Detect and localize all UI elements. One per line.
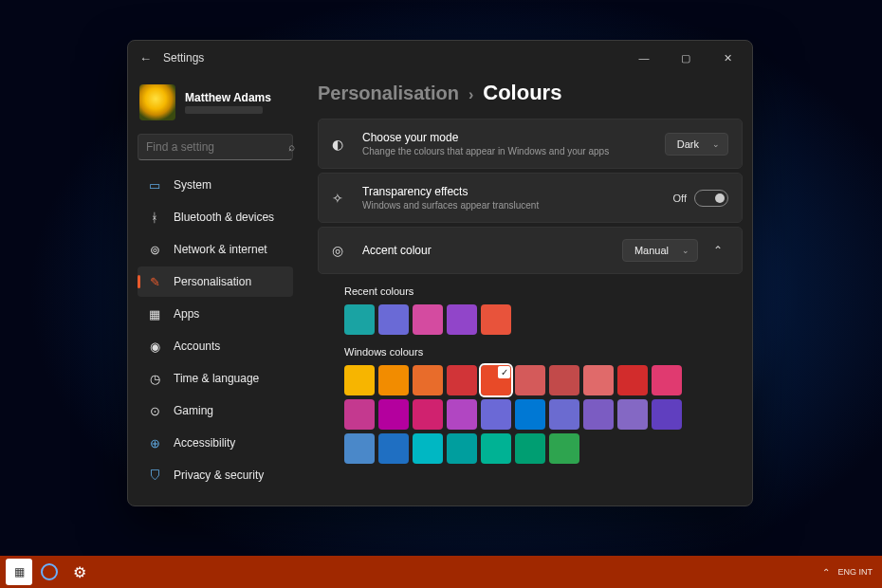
minimize-button[interactable]: — [623, 43, 665, 73]
taskbar-app-cortana[interactable] [36, 559, 63, 585]
windows-swatch[interactable] [447, 365, 477, 395]
sidebar: Matthew Adams ⌕ ▭SystemᚼBluetooth & devi… [128, 75, 301, 505]
search-input[interactable] [146, 140, 288, 154]
nav-item-label: Bluetooth & devices [174, 211, 274, 224]
back-button[interactable]: ← [139, 51, 152, 65]
windows-swatch[interactable] [413, 399, 443, 430]
sidebar-item-network-internet[interactable]: ⊚Network & internet [138, 234, 293, 265]
windows-swatch[interactable] [617, 365, 648, 395]
windows-swatch[interactable] [447, 399, 477, 430]
windows-swatch[interactable]: ✓ [481, 365, 511, 395]
recent-swatch[interactable] [378, 304, 409, 335]
brush-icon: ✎ [147, 274, 162, 289]
sidebar-item-system[interactable]: ▭System [138, 170, 293, 200]
windows-swatch[interactable] [481, 399, 511, 430]
windows-swatch[interactable] [447, 433, 477, 464]
sidebar-item-accounts[interactable]: ◉Accounts [138, 331, 293, 361]
settings-window: ← Settings — ▢ ✕ Matthew Adams ⌕ ▭System… [127, 40, 753, 506]
recent-swatch[interactable] [447, 304, 477, 335]
windows-swatch[interactable] [652, 365, 682, 395]
chevron-right-icon: › [469, 86, 473, 103]
nav-item-label: Accessibility [174, 436, 235, 450]
windows-swatch[interactable] [515, 433, 545, 464]
wifi-icon: ⊚ [147, 242, 162, 257]
accent-mode-dropdown[interactable]: Manual ⌄ [622, 239, 698, 262]
system-tray[interactable]: ⌃ ENG INT [822, 567, 876, 578]
search-icon: ⌕ [288, 140, 295, 154]
card-title: Choose your mode [362, 131, 665, 144]
sidebar-item-apps[interactable]: ▦Apps [138, 299, 293, 329]
close-button[interactable]: ✕ [707, 43, 748, 73]
person-icon: ◉ [147, 339, 162, 354]
windows-swatch[interactable] [378, 433, 409, 464]
transparency-toggle[interactable] [694, 190, 728, 207]
clock-icon: ◷ [147, 371, 162, 386]
window-title: Settings [163, 51, 204, 64]
transparency-icon: ✧ [332, 191, 349, 206]
breadcrumb: Personalisation › Colours [318, 81, 743, 105]
windows-swatch[interactable] [515, 399, 545, 430]
maximize-button[interactable]: ▢ [665, 43, 707, 73]
nav-item-label: System [174, 178, 211, 192]
windows-swatch[interactable] [344, 433, 375, 464]
windows-swatch[interactable] [481, 433, 511, 464]
sidebar-nav: ▭SystemᚼBluetooth & devices⊚Network & in… [138, 170, 293, 498]
nav-item-label: Network & internet [174, 243, 267, 256]
card-title: Accent colour [362, 244, 622, 257]
brush-icon: ◐ [332, 137, 349, 152]
chevron-down-icon: ⌄ [682, 246, 689, 255]
windows-swatch[interactable] [378, 399, 409, 430]
nav-item-label: Privacy & security [174, 469, 264, 482]
windows-swatch[interactable] [652, 399, 682, 430]
shield-icon: ⛉ [147, 468, 162, 483]
windows-swatch[interactable] [378, 365, 409, 395]
windows-swatch[interactable] [583, 365, 614, 395]
recent-swatch[interactable] [481, 304, 511, 335]
windows-colours-grid: ✓ [344, 365, 686, 464]
card-title: Transparency effects [362, 185, 673, 198]
taskbar-app-settings[interactable]: ⚙ [66, 559, 93, 585]
tray-overflow-icon[interactable]: ⌃ [822, 567, 830, 578]
nav-item-label: Apps [174, 307, 199, 321]
windows-swatch[interactable] [344, 365, 375, 395]
toggle-knob [715, 193, 725, 203]
sidebar-item-bluetooth-devices[interactable]: ᚼBluetooth & devices [138, 202, 293, 232]
breadcrumb-parent[interactable]: Personalisation [318, 83, 459, 104]
recent-swatch[interactable] [344, 304, 375, 335]
profile-block[interactable]: Matthew Adams [138, 79, 293, 130]
accent-card: ◎ Accent colour Manual ⌄ ⌃ [318, 227, 743, 274]
mode-card: ◐ Choose your mode Change the colours th… [318, 119, 743, 169]
sidebar-item-gaming[interactable]: ⊙Gaming [138, 395, 293, 426]
windows-swatch[interactable] [515, 365, 545, 395]
taskbar-app-1[interactable]: ▦ [6, 559, 32, 585]
language-indicator[interactable]: ENG INT [837, 568, 873, 577]
windows-swatch[interactable] [549, 433, 579, 464]
toggle-state-label: Off [673, 193, 687, 204]
sidebar-item-personalisation[interactable]: ✎Personalisation [138, 266, 293, 297]
recent-swatch[interactable] [413, 304, 443, 335]
windows-swatch[interactable] [344, 399, 375, 430]
dropdown-value: Manual [634, 245, 669, 256]
game-icon: ⊙ [147, 403, 162, 418]
windows-swatch[interactable] [583, 399, 614, 430]
check-icon: ✓ [498, 366, 510, 378]
breadcrumb-current: Colours [483, 81, 561, 105]
expand-button[interactable]: ⌃ [707, 240, 728, 261]
sidebar-item-accessibility[interactable]: ⊕Accessibility [138, 428, 293, 458]
taskbar: ▦ ⚙ ⌃ ENG INT [0, 556, 882, 588]
windows-swatch[interactable] [549, 399, 579, 430]
mode-dropdown[interactable]: Dark ⌄ [665, 133, 728, 156]
nav-item-label: Gaming [174, 404, 213, 417]
search-input-wrapper[interactable]: ⌕ [138, 134, 293, 160]
sidebar-item-windows-update[interactable]: ⟳Windows Update [138, 492, 293, 498]
windows-swatch[interactable] [413, 433, 443, 464]
windows-swatch[interactable] [413, 365, 443, 395]
palette-icon: ◎ [332, 243, 349, 258]
sidebar-item-privacy-security[interactable]: ⛉Privacy & security [138, 460, 293, 490]
windows-swatch[interactable] [617, 399, 648, 430]
bluetooth-icon: ᚼ [147, 210, 162, 225]
card-subtitle: Windows and surfaces appear translucent [362, 200, 673, 211]
windows-swatch[interactable] [549, 365, 579, 395]
sidebar-item-time-language[interactable]: ◷Time & language [138, 363, 293, 394]
recent-colours-label: Recent colours [344, 285, 743, 297]
